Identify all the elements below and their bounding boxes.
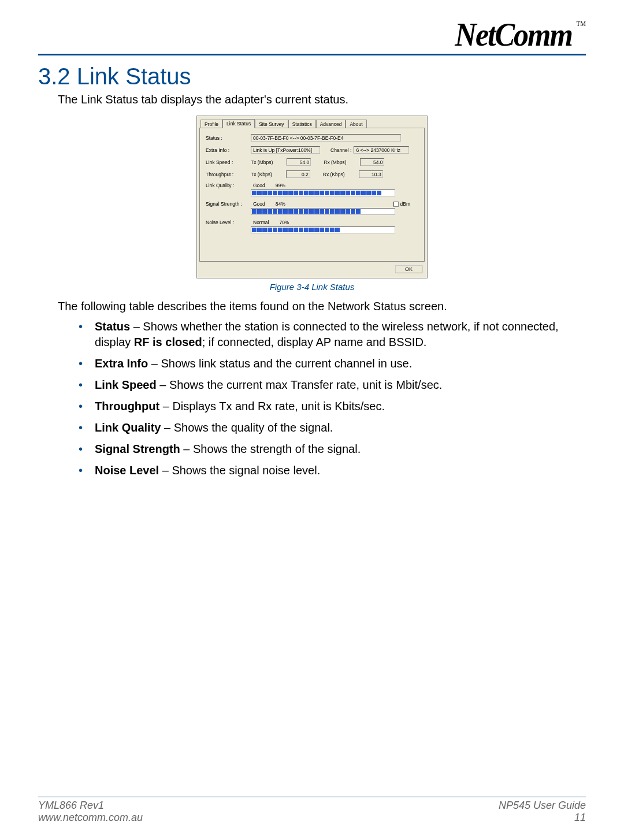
tx-kbps-label: Tx (Kbps) bbox=[251, 172, 272, 177]
rx-kbps-value: 10.3 bbox=[359, 170, 383, 178]
definition-item: Signal Strength – Shows the strength of … bbox=[79, 441, 586, 457]
status-label: Status : bbox=[206, 135, 251, 141]
dialog-panel: Status : 00-03-7F-BE-F0 <--> 00-03-7F-BE… bbox=[199, 128, 425, 262]
definition-item: Link Quality – Shows the quality of the … bbox=[79, 420, 586, 436]
dialog-tabs: ProfileLink StatusSite SurveyStatisticsA… bbox=[199, 118, 425, 128]
table-intro: The following table describes the items … bbox=[58, 300, 586, 313]
rx-kbps-label: Rx (Kbps) bbox=[323, 172, 345, 177]
throughput-label: Throughput : bbox=[206, 172, 251, 177]
intro-text: The Link Status tab displays the adapter… bbox=[58, 93, 586, 106]
tab-site-survey[interactable]: Site Survey bbox=[255, 120, 288, 128]
status-value: 00-03-7F-BE-F0 <--> 00-03-7F-BE-F0-E4 bbox=[251, 134, 401, 142]
tab-profile[interactable]: Profile bbox=[200, 120, 222, 128]
definition-item: Extra Info – Shows link status and the c… bbox=[79, 356, 586, 371]
rx-mbps-label: Rx (Mbps) bbox=[324, 159, 346, 165]
link-status-dialog: ProfileLink StatusSite SurveyStatisticsA… bbox=[196, 116, 428, 278]
extra-info-label: Extra Info : bbox=[206, 147, 251, 153]
signal-strength-label: Signal Strength : bbox=[206, 201, 251, 207]
noise-level-pct: 70% bbox=[279, 220, 289, 225]
definition-item: Noise Level – Shows the signal noise lev… bbox=[79, 463, 586, 478]
definitions-list: Status – Shows whether the station is co… bbox=[79, 319, 586, 478]
link-quality-bar bbox=[251, 189, 395, 196]
noise-level-bar bbox=[251, 226, 395, 233]
link-quality-pct: 99% bbox=[276, 183, 285, 188]
footer-left-top: YML866 Rev1 bbox=[38, 800, 143, 812]
definition-item: Status – Shows whether the station is co… bbox=[79, 319, 586, 350]
footer-rule bbox=[38, 797, 586, 797]
ok-button[interactable]: OK bbox=[395, 265, 422, 273]
noise-level-text: Normal bbox=[253, 220, 269, 225]
signal-strength-text: Good bbox=[253, 201, 265, 207]
dbm-checkbox[interactable] bbox=[393, 202, 399, 207]
brand-name: NetComm bbox=[455, 16, 572, 53]
tab-statistics[interactable]: Statistics bbox=[288, 120, 316, 128]
section-title: 3.2 Link Status bbox=[38, 64, 586, 90]
header-rule bbox=[38, 54, 586, 55]
tab-about[interactable]: About bbox=[346, 120, 366, 128]
tx-mbps-label: Tx (Mbps) bbox=[251, 159, 273, 165]
channel-value: 6 <--> 2437000 KHz bbox=[354, 146, 409, 154]
extra-info-value: Link is Up [TxPower:100%] bbox=[251, 146, 320, 154]
page-footer: YML866 Rev1 www.netcomm.com.au NP545 Use… bbox=[38, 797, 586, 824]
channel-label: Channel : bbox=[330, 147, 351, 153]
tx-kbps-value: 0.2 bbox=[286, 170, 310, 178]
noise-level-label: Noise Level : bbox=[206, 220, 251, 225]
signal-strength-bar bbox=[251, 208, 395, 215]
trademark: TM bbox=[577, 20, 586, 27]
tx-mbps-value: 54.0 bbox=[287, 158, 311, 166]
figure-caption: Figure 3-4 Link Status bbox=[270, 282, 355, 292]
footer-right-top: NP545 User Guide bbox=[499, 800, 586, 812]
definition-item: Link Speed – Shows the current max Trans… bbox=[79, 377, 586, 393]
dbm-label: dBm bbox=[400, 201, 410, 207]
link-quality-text: Good bbox=[253, 183, 265, 188]
footer-right-bottom: 11 bbox=[499, 812, 586, 824]
brand-logo: NetComm TM bbox=[455, 16, 586, 53]
tab-advanced[interactable]: Advanced bbox=[316, 120, 346, 128]
link-speed-label: Link Speed : bbox=[206, 159, 251, 165]
footer-left-bottom: www.netcomm.com.au bbox=[38, 812, 143, 824]
definition-item: Throughput – Displays Tx and Rx rate, un… bbox=[79, 399, 586, 414]
tab-link-status[interactable]: Link Status bbox=[222, 119, 255, 128]
rx-mbps-value: 54.0 bbox=[360, 158, 384, 166]
signal-strength-pct: 84% bbox=[276, 201, 285, 207]
link-quality-label: Link Quality : bbox=[206, 183, 251, 188]
dbm-toggle[interactable]: dBm bbox=[393, 201, 410, 207]
